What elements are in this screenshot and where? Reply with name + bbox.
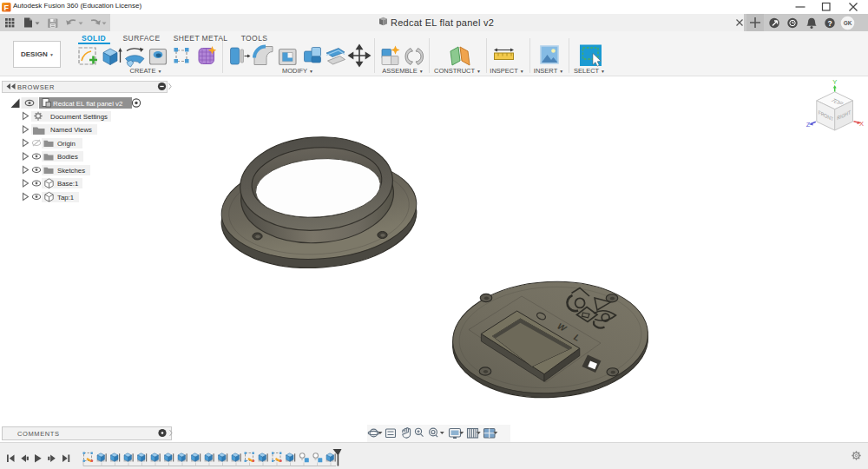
- svg-text:?: ?: [827, 19, 832, 28]
- svg-text:X: X: [859, 120, 864, 128]
- svg-text:Z: Z: [806, 121, 811, 129]
- svg-text:F: F: [3, 3, 9, 12]
- svg-text:Y: Y: [832, 78, 837, 86]
- svg-text:GK: GK: [844, 20, 852, 26]
